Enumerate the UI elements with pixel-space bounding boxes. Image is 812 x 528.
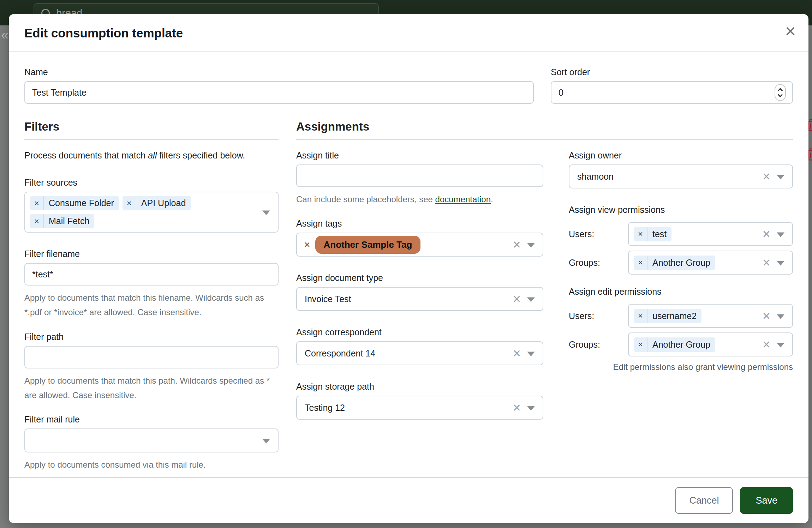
assign-title-label: Assign title [296, 150, 543, 161]
dialog-title: Edit consumption template [24, 26, 793, 40]
edit-permissions-heading: Assign edit permissions [569, 287, 793, 297]
name-label: Name [24, 67, 534, 77]
assign-correspondent-select[interactable]: Correspondent 14 × [296, 341, 543, 365]
clear-icon[interactable]: × [763, 227, 770, 241]
assignments-section: Assignments Assign title Can include som… [296, 120, 793, 477]
name-input[interactable] [24, 81, 534, 104]
divider [24, 139, 279, 140]
assign-title-input[interactable] [296, 164, 543, 187]
filter-mail-rule-select[interactable] [24, 428, 279, 452]
user-tag: × username2 [634, 309, 701, 323]
view-users-select[interactable]: × test × [628, 222, 793, 246]
sort-order-input[interactable] [551, 81, 793, 104]
source-tag: × Mail Fetch [30, 214, 94, 228]
filter-path-help: Apply to documents that match this path.… [24, 373, 279, 403]
edit-groups-select[interactable]: × Another Group × [628, 332, 793, 356]
group-tag: × Another Group [634, 256, 715, 270]
cancel-button[interactable]: Cancel [675, 487, 733, 514]
clear-icon[interactable]: × [513, 238, 521, 251]
clear-icon[interactable]: × [513, 401, 521, 414]
users-label: Users: [569, 311, 628, 321]
dialog-body: Name Sort order Filters Proce [9, 52, 808, 477]
filter-path-label: Filter path [24, 332, 279, 342]
view-groups-select[interactable]: × Another Group × [628, 251, 793, 275]
assign-owner-select[interactable]: shamoon × [569, 164, 793, 188]
chevron-down-icon[interactable] [777, 261, 784, 265]
edit-users-select[interactable]: × username2 × [628, 304, 793, 328]
clear-icon[interactable]: × [763, 170, 770, 183]
filter-sources-label: Filter sources [24, 178, 279, 188]
save-button[interactable]: Save [740, 487, 793, 514]
stepper-down-icon[interactable] [778, 92, 783, 97]
chevron-down-icon[interactable] [527, 352, 535, 356]
chevron-down-icon[interactable] [777, 343, 784, 347]
filters-heading: Filters [24, 120, 279, 133]
assign-correspondent-label: Assign correspondent [296, 327, 543, 337]
edit-consumption-template-dialog: Edit consumption template × Name Sort or… [9, 14, 808, 523]
remove-tag-icon[interactable]: × [634, 309, 647, 323]
filter-filename-help: Apply to documents that match this filen… [24, 290, 279, 320]
close-icon[interactable]: × [785, 22, 796, 40]
filter-filename-input[interactable] [24, 263, 279, 286]
assign-storage-path-select[interactable]: Testing 12 × [296, 396, 543, 420]
source-tag: × Consume Folder [30, 196, 119, 210]
assign-document-type-label: Assign document type [296, 273, 543, 283]
tag-badge: Another Sample Tag [315, 236, 421, 254]
clear-icon[interactable]: × [763, 338, 770, 351]
remove-tag-icon[interactable]: × [634, 227, 647, 241]
remove-tag-icon[interactable]: × [634, 256, 647, 270]
users-label: Users: [569, 229, 628, 239]
assign-storage-path-label: Assign storage path [296, 382, 543, 392]
group-tag: × Another Group [634, 337, 715, 352]
assign-tags-select[interactable]: × Another Sample Tag × [296, 233, 543, 257]
remove-tag-icon[interactable]: × [123, 196, 136, 210]
chevron-down-icon[interactable] [527, 243, 535, 248]
clear-icon[interactable]: × [763, 256, 770, 269]
filter-filename-label: Filter filename [24, 249, 279, 259]
edit-permissions-group: Assign edit permissions Users: × usernam… [569, 287, 793, 372]
assignments-heading: Assignments [296, 120, 793, 133]
remove-tag-icon[interactable]: × [30, 214, 44, 228]
assign-tags-label: Assign tags [296, 218, 543, 229]
clear-icon[interactable]: × [513, 292, 521, 306]
edit-permissions-note: Edit permissions also grant viewing perm… [569, 362, 793, 372]
chevron-down-icon[interactable] [777, 314, 784, 319]
filters-intro: Process documents that match all filters… [24, 150, 279, 161]
remove-tag-icon[interactable]: × [304, 239, 310, 250]
quantity-stepper[interactable] [775, 84, 786, 101]
filter-sources-select[interactable]: × Consume Folder × API Upload × Mail Fet… [24, 192, 279, 233]
source-tag: × API Upload [123, 196, 191, 210]
documentation-link[interactable]: documentation [435, 194, 491, 204]
filter-mail-rule-help: Apply to documents consumed via this mai… [24, 457, 279, 472]
chevron-down-icon[interactable] [262, 210, 270, 215]
filter-mail-rule-label: Filter mail rule [24, 414, 279, 425]
assign-owner-label: Assign owner [569, 150, 793, 161]
filters-section: Filters Process documents that match all… [24, 120, 279, 477]
chevron-down-icon[interactable] [777, 175, 784, 179]
sidebar-collapse-icon[interactable]: « [1, 28, 8, 42]
chevron-down-icon[interactable] [527, 406, 535, 411]
chevron-down-icon[interactable] [262, 439, 270, 444]
dialog-footer: Cancel Save [9, 477, 808, 523]
remove-tag-icon[interactable]: × [30, 196, 44, 210]
assign-title-help: Can include some placeholders, see docum… [296, 192, 543, 206]
sort-order-label: Sort order [551, 67, 793, 77]
dialog-header: Edit consumption template × [9, 14, 808, 52]
groups-label: Groups: [569, 340, 628, 350]
clear-icon[interactable]: × [763, 309, 770, 323]
view-permissions-heading: Assign view permissions [569, 205, 793, 215]
divider [296, 139, 793, 140]
assign-document-type-select[interactable]: Invoice Test × [296, 287, 543, 311]
view-permissions-group: Assign view permissions Users: × test × [569, 205, 793, 275]
remove-tag-icon[interactable]: × [634, 337, 647, 352]
clear-icon[interactable]: × [513, 347, 521, 360]
filter-path-input[interactable] [24, 346, 279, 368]
chevron-down-icon[interactable] [527, 298, 535, 302]
groups-label: Groups: [569, 258, 628, 268]
chevron-down-icon[interactable] [777, 232, 784, 237]
page: { "header_bar": { "search_value": "bread… [0, 0, 812, 528]
user-tag: × test [634, 227, 671, 241]
